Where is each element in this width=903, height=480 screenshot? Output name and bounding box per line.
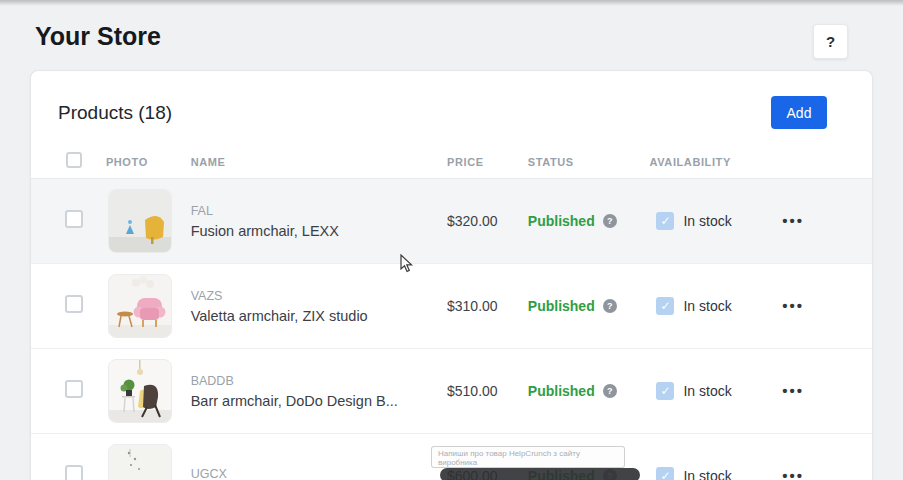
- column-header-status: STATUS: [528, 156, 650, 168]
- tooltip-line: Напиши про товар HelpCrunch з сайту виро…: [438, 449, 618, 467]
- table-row[interactable]: BADDB Barr armchair, DoDo Design B... $5…: [31, 349, 872, 434]
- availability-label: In stock: [683, 468, 731, 480]
- column-header-price: PRICE: [447, 156, 528, 168]
- products-card: Products (18) Add PHOTO NAME PRICE STATU…: [30, 70, 873, 480]
- more-options-icon[interactable]: •••: [782, 297, 804, 314]
- row-checkbox[interactable]: [65, 295, 83, 313]
- column-header-availability: AVAILABILITY: [649, 156, 769, 168]
- status-badge: Published: [528, 383, 595, 399]
- top-edge-shade: [0, 0, 903, 6]
- in-stock-checkbox[interactable]: ✓: [656, 467, 674, 480]
- system-tooltip: Напиши про товар HelpCrunch з сайту виро…: [431, 446, 625, 468]
- more-options-icon[interactable]: •••: [782, 382, 804, 399]
- status-badge: Published: [528, 298, 595, 314]
- product-price: $310.00: [447, 298, 528, 314]
- in-stock-checkbox[interactable]: ✓: [656, 212, 674, 230]
- in-stock-checkbox[interactable]: ✓: [656, 297, 674, 315]
- help-icon: ?: [826, 33, 835, 50]
- product-code: VAZS: [191, 289, 447, 303]
- add-product-button[interactable]: Add: [771, 96, 827, 129]
- in-stock-checkbox[interactable]: ✓: [656, 382, 674, 400]
- product-name: Barr armchair, DoDo Design B...: [191, 393, 447, 409]
- availability-label: In stock: [683, 298, 731, 314]
- check-icon: ✓: [660, 385, 670, 397]
- page-title: Your Store: [35, 22, 161, 51]
- product-code: BADDB: [191, 374, 447, 388]
- status-badge: Published: [528, 213, 595, 229]
- check-icon: ✓: [660, 300, 670, 312]
- product-name: Valetta armchair, ZIX studio: [191, 308, 447, 324]
- product-photo-yellow-armchair: [108, 189, 172, 253]
- check-icon: ✓: [660, 470, 670, 480]
- row-checkbox[interactable]: [65, 380, 83, 398]
- info-icon[interactable]: ?: [603, 384, 617, 398]
- column-header-photo: PHOTO: [106, 156, 191, 168]
- product-photo-pink-armchair: [108, 274, 172, 338]
- table-row[interactable]: FAL Fusion armchair, LEXX $320.00 Publis…: [31, 179, 872, 264]
- more-options-icon[interactable]: •••: [782, 212, 804, 229]
- row-checkbox[interactable]: [65, 465, 83, 480]
- product-code: FAL: [191, 204, 447, 218]
- products-heading: Products (18): [58, 102, 172, 124]
- column-header-name: NAME: [191, 156, 447, 168]
- product-price: $320.00: [447, 213, 528, 229]
- info-icon[interactable]: ?: [603, 214, 617, 228]
- product-photo-green-chair: [108, 444, 172, 480]
- product-name: Fusion armchair, LEXX: [191, 223, 447, 239]
- select-all-checkbox[interactable]: [66, 152, 82, 168]
- check-icon: ✓: [660, 215, 670, 227]
- product-price: $510.00: [447, 383, 528, 399]
- overlay-dark-bar: [440, 468, 640, 480]
- table-header-row: PHOTO NAME PRICE STATUS AVAILABILITY: [31, 146, 872, 179]
- help-button[interactable]: ?: [813, 24, 848, 59]
- products-card-header: Products (18) Add: [31, 71, 872, 146]
- table-row[interactable]: VAZS Valetta armchair, ZIX studio $310.0…: [31, 264, 872, 349]
- product-code: UGCX: [191, 467, 447, 480]
- row-checkbox[interactable]: [65, 210, 83, 228]
- info-icon[interactable]: ?: [603, 299, 617, 313]
- product-photo-brown-armchair: [108, 359, 172, 423]
- availability-label: In stock: [683, 383, 731, 399]
- availability-label: In stock: [683, 213, 731, 229]
- more-options-icon[interactable]: •••: [782, 467, 804, 480]
